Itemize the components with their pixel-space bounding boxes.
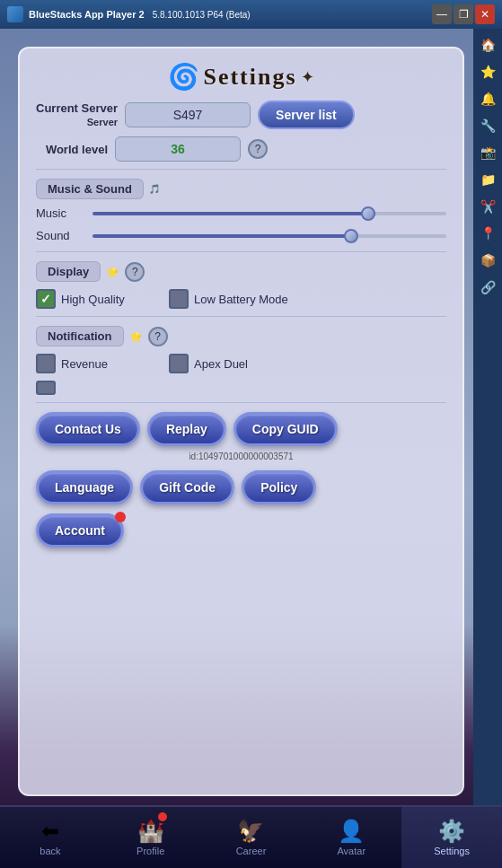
music-slider-thumb[interactable] xyxy=(361,206,375,221)
music-slider-track[interactable] xyxy=(92,212,446,215)
divider-3 xyxy=(36,316,446,317)
sidebar-icon-bell[interactable]: 🔔 xyxy=(475,86,500,111)
world-level-label: World level xyxy=(36,143,108,156)
app-title: BlueStacks App Player 2 5.8.100.1013 P64… xyxy=(29,9,427,20)
maximize-button[interactable]: ❐ xyxy=(454,4,473,24)
settings-spiral-icon: 🌀 xyxy=(168,62,199,92)
gift-code-button[interactable]: Gift Code xyxy=(140,470,234,504)
copy-guid-button[interactable]: Copy GUID xyxy=(233,412,338,446)
partial-checkbox xyxy=(36,381,56,395)
window-controls: — ❐ ✕ xyxy=(432,4,495,24)
music-sound-section-header: Music & Sound 🎵 xyxy=(36,179,446,199)
server-value: S497 xyxy=(125,102,251,127)
notif-star-icon: ⭐ xyxy=(129,330,143,343)
back-icon: ⬅ xyxy=(41,819,59,844)
policy-button[interactable]: Policy xyxy=(242,470,316,504)
display-star-icon: ⭐ xyxy=(106,266,119,278)
music-deco: 🎵 xyxy=(149,184,160,194)
server-list-button[interactable]: Server list xyxy=(258,101,355,129)
high-quality-label: High Quality xyxy=(61,293,125,306)
sidebar-icon-folder[interactable]: 📁 xyxy=(475,167,500,192)
sidebar-icon-camera[interactable]: 📸 xyxy=(475,140,500,165)
contact-us-button[interactable]: Contact Us xyxy=(36,412,140,446)
app-icon xyxy=(7,6,23,22)
close-button[interactable]: ✕ xyxy=(475,4,495,24)
notification-help-icon[interactable]: ? xyxy=(148,327,168,346)
low-battery-item: Low Battery Mode xyxy=(169,289,295,309)
settings-content: Current ServerServer S497 Server list Wo… xyxy=(20,101,462,548)
display-checkboxes: ✓ High Quality Low Battery Mode xyxy=(36,289,446,309)
apex-duel-item: Apex Duel xyxy=(169,354,295,373)
settings-header: 🌀 Settings ✦ xyxy=(20,48,462,101)
revenue-label: Revenue xyxy=(61,357,108,371)
main-area: 🌀 Settings ✦ Current ServerServer S497 S… xyxy=(0,29,473,805)
action-buttons-row2: Language Gift Code Policy xyxy=(36,470,446,504)
world-level-help-icon[interactable]: ? xyxy=(248,139,268,159)
sound-label: Sound xyxy=(36,229,85,242)
music-sound-label: Music & Sound xyxy=(36,179,144,199)
avatar-label: Avatar xyxy=(337,846,365,856)
sidebar-icon-home[interactable]: 🏠 xyxy=(475,32,500,57)
account-button[interactable]: Account xyxy=(36,513,124,548)
notification-label: Notification xyxy=(36,326,124,346)
profile-icon: 🏰 xyxy=(137,819,164,844)
settings-panel: 🌀 Settings ✦ Current ServerServer S497 S… xyxy=(18,47,464,796)
check-icon: ✓ xyxy=(40,292,51,306)
low-battery-label: Low Battery Mode xyxy=(194,293,288,306)
settings-title: Settings xyxy=(203,64,296,91)
nav-item-avatar[interactable]: 👤 Avatar xyxy=(301,807,401,868)
sidebar-icon-layers[interactable]: 📦 xyxy=(475,248,500,273)
action-buttons-row1: Contact Us Replay Copy GUID xyxy=(36,412,446,446)
title-bar: BlueStacks App Player 2 5.8.100.1013 P64… xyxy=(0,0,502,29)
profile-label: Profile xyxy=(137,846,164,856)
nav-item-profile[interactable]: 🏰 Profile xyxy=(101,807,201,868)
guid-id-text: id:1049701000000003571 xyxy=(36,452,446,461)
right-sidebar: 🏠 ⭐ 🔔 🔧 📸 📁 ✂️ 📍 📦 🔗 xyxy=(473,29,502,805)
world-level-value: 36 xyxy=(115,136,241,162)
nav-item-back[interactable]: ⬅ back xyxy=(0,807,101,868)
divider-4 xyxy=(36,402,446,403)
sidebar-icon-link[interactable]: 🔗 xyxy=(475,275,500,300)
sound-slider-thumb[interactable] xyxy=(344,229,358,243)
notification-section-header: Notification ⭐ ? xyxy=(36,326,446,346)
display-section-header: Display ⭐ ? xyxy=(36,261,446,282)
language-button[interactable]: Language xyxy=(36,470,133,504)
sidebar-icon-star[interactable]: ⭐ xyxy=(475,59,500,84)
avatar-icon: 👤 xyxy=(338,819,365,844)
display-help-icon[interactable]: ? xyxy=(125,262,145,282)
music-label: Music xyxy=(36,206,85,220)
apex-duel-checkbox[interactable] xyxy=(169,354,189,373)
career-label: Career xyxy=(236,846,267,856)
divider-2 xyxy=(36,251,446,252)
bottom-nav: ⬅ back 🏰 Profile 🦅 Career 👤 Avatar ⚙️ Se… xyxy=(0,805,502,868)
display-label: Display xyxy=(36,261,101,282)
sound-slider-row: Sound xyxy=(36,229,446,242)
settings-nav-icon: ⚙️ xyxy=(438,819,465,844)
nav-item-career[interactable]: 🦅 Career xyxy=(201,807,302,868)
revenue-item: Revenue xyxy=(36,354,162,373)
music-slider-row: Music xyxy=(36,206,446,220)
account-notification-dot xyxy=(115,512,126,522)
notification-checkboxes: Revenue Apex Duel xyxy=(36,354,446,373)
sidebar-icon-location[interactable]: 📍 xyxy=(475,221,500,246)
high-quality-item: ✓ High Quality xyxy=(36,289,162,309)
settings-deco-icon: ✦ xyxy=(301,67,314,87)
account-btn-wrap: Account xyxy=(36,513,124,548)
sidebar-icon-wrench[interactable]: 🔧 xyxy=(475,113,500,138)
divider-1 xyxy=(36,169,446,170)
world-level-row: World level 36 ? xyxy=(36,136,446,162)
current-server-row: Current ServerServer S497 Server list xyxy=(36,101,446,129)
minimize-button[interactable]: — xyxy=(432,4,452,24)
sidebar-icon-scissors[interactable]: ✂️ xyxy=(475,194,500,219)
nav-item-settings[interactable]: ⚙️ Settings xyxy=(401,807,502,868)
account-button-row: Account xyxy=(36,513,446,548)
revenue-checkbox[interactable] xyxy=(36,354,56,373)
low-battery-checkbox[interactable] xyxy=(169,289,189,309)
settings-label: Settings xyxy=(434,846,470,856)
replay-button[interactable]: Replay xyxy=(147,412,226,446)
sound-slider-track[interactable] xyxy=(92,234,446,238)
career-icon: 🦅 xyxy=(237,819,264,844)
high-quality-checkbox[interactable]: ✓ xyxy=(36,289,56,309)
back-label: back xyxy=(40,846,60,856)
partial-notification-item xyxy=(36,381,446,395)
